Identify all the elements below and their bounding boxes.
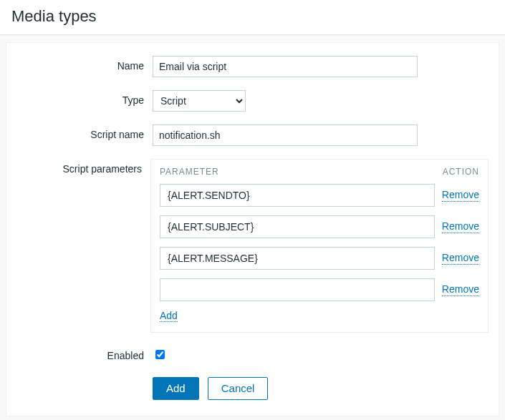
scriptname-label: Script name [16, 124, 153, 140]
row-scriptname: Script name [16, 124, 489, 146]
params-field-col: PARAMETER ACTION Remove Remove Remove [150, 159, 489, 333]
enabled-field-col [153, 346, 489, 361]
param-input[interactable] [160, 184, 435, 207]
params-label: Script parameters [16, 159, 150, 175]
add-button[interactable]: Add [153, 377, 199, 400]
form-area: Name Type Script Script name Script para… [0, 35, 505, 420]
row-name: Name [16, 56, 489, 77]
param-row: Remove [160, 215, 479, 238]
add-param-row: Add [160, 310, 479, 322]
remove-link[interactable]: Remove [442, 252, 479, 265]
enabled-checkbox[interactable] [155, 350, 165, 359]
params-header-parameter: PARAMETER [160, 167, 219, 177]
name-input[interactable] [153, 56, 418, 77]
params-header: PARAMETER ACTION [160, 167, 479, 177]
buttons-spacer [16, 374, 153, 379]
row-enabled: Enabled [16, 346, 489, 361]
row-params: Script parameters PARAMETER ACTION Remov… [16, 159, 489, 333]
page-title: Media types [11, 7, 494, 26]
name-label: Name [16, 56, 153, 72]
row-type: Type Script [16, 90, 489, 112]
remove-link[interactable]: Remove [442, 283, 479, 296]
param-row: Remove [160, 278, 479, 301]
param-input[interactable] [160, 215, 435, 238]
remove-link[interactable]: Remove [442, 189, 479, 202]
form-inner: Name Type Script Script name Script para… [6, 42, 499, 416]
param-input[interactable] [160, 278, 435, 301]
cancel-button[interactable]: Cancel [208, 377, 269, 400]
params-box: PARAMETER ACTION Remove Remove Remove [150, 159, 489, 333]
remove-link[interactable]: Remove [442, 220, 479, 233]
param-input[interactable] [160, 247, 435, 270]
scriptname-input[interactable] [153, 124, 418, 146]
param-row: Remove [160, 247, 479, 270]
type-label: Type [16, 90, 153, 106]
enabled-label: Enabled [16, 346, 153, 361]
scriptname-field-col [153, 124, 489, 146]
name-field-col [153, 56, 489, 77]
params-header-action: ACTION [443, 167, 479, 177]
page-header: Media types [0, 0, 505, 35]
type-select[interactable]: Script [153, 90, 246, 112]
buttons-field-col: Add Cancel [153, 374, 489, 400]
button-row: Add Cancel [153, 377, 489, 400]
row-buttons: Add Cancel [16, 374, 489, 400]
param-row: Remove [160, 184, 479, 207]
type-field-col: Script [153, 90, 489, 112]
add-param-link[interactable]: Add [160, 310, 178, 322]
